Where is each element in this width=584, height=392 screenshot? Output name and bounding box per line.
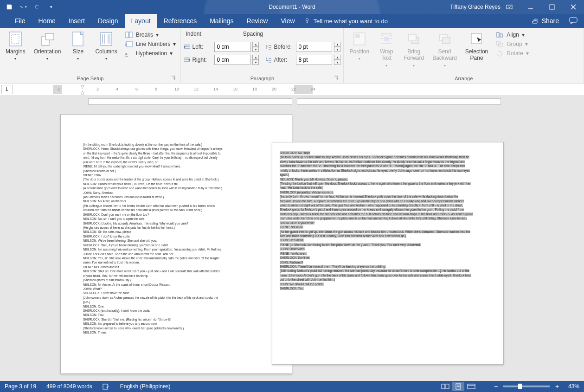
text-line[interactable]: safe and takes something out of it. Near… (280, 234, 496, 238)
spin-up-icon[interactable]: ▲ (334, 55, 340, 60)
text-line[interactable]: crumples under her blow, she grapples fo… (280, 216, 496, 220)
text-line[interactable]: NEILSON: Ms Adler, on the floor. (83, 199, 270, 203)
undo-icon[interactable]: ▾ (19, 3, 27, 11)
text-line[interactable]: IRENE: Think. (83, 173, 270, 177)
zoom-slider[interactable] (503, 386, 550, 387)
text-line[interactable]: NEILSON: Three. (83, 330, 270, 334)
text-line[interactable]: NEILSON: Hands behind your head. (To Ire… (83, 182, 270, 186)
text-line[interactable]: (Instantly John throws himself to the fl… (280, 194, 496, 199)
text-line[interactable]: IRENE (to Sherlock, continuing to aim he… (280, 243, 496, 247)
indent-marker-icon[interactable]: △ (81, 90, 84, 95)
breaks-button[interactable]: Breaks ▾ (123, 31, 178, 39)
text-line[interactable]: SHERLOCK: I don't know the code. (83, 234, 270, 238)
text-line[interactable]: read. I'd say from the make that it's a … (83, 155, 270, 160)
spin-down-icon[interactable]: ▼ (252, 60, 259, 65)
spin-up-icon[interactable]: ▲ (252, 55, 259, 60)
zoom-out-button[interactable]: − (492, 383, 500, 390)
page-indicator[interactable]: Page 3 of 19 (5, 383, 36, 390)
tab-home[interactable]: Home (32, 14, 62, 28)
text-line[interactable]: gun.) (83, 300, 270, 304)
text-line[interactable]: SHERLOCK (urgently): Vatican cameos. (280, 190, 496, 194)
text-line[interactable]: IRENE: I'd tell you the code right now b… (83, 164, 270, 168)
text-line[interactable]: (John cowers down as Archer presses the … (83, 296, 270, 300)
text-line[interactable]: doubled over with his hands behind his h… (83, 208, 270, 212)
text-line[interactable]: SHERLOCK: I don't have the code. (83, 291, 270, 295)
text-line[interactable]: alarm. I've learned not to trust this wo… (83, 260, 270, 264)
text-line[interactable]: (In the sitting room Sherlock is looking… (83, 142, 270, 147)
text-line[interactable]: SHERLOCK: She didn't tell me. (Raising h… (83, 317, 270, 321)
text-line[interactable]: SHERLOCK (emphatically): I don't know th… (83, 308, 270, 313)
text-line[interactable]: SHERLOCK: D'you mind? (280, 221, 496, 225)
text-line[interactable]: which is aimed straight out of the safe.… (280, 203, 496, 207)
text-line[interactable]: SHERLOCK (clocking his accent): American… (83, 221, 270, 225)
text-line[interactable]: JOHN: He's dead. (280, 238, 496, 242)
text-line[interactable]: (Sherlock glares at him ferociously.) (83, 278, 270, 282)
share-button[interactable]: Share (532, 17, 559, 25)
text-line[interactable]: JOHN: Sorry, Sherlock. (83, 191, 270, 195)
text-line[interactable]: NEILSON: Mr Archer. At the count of thre… (83, 283, 270, 287)
text-line[interactable]: (His colleague shoves her to her knees b… (83, 204, 270, 208)
margins-button[interactable]: Margins▾ (3, 30, 28, 64)
word-count[interactable]: 499 of 8049 words (46, 383, 92, 390)
text-line[interactable]: slowly turns towards the safe and lowers… (280, 160, 496, 164)
close-icon[interactable] (563, 0, 584, 14)
text-line[interactable]: (As Sherlock raises his hands, Neilson l… (83, 195, 270, 199)
text-line[interactable]: you were born in the eighties; the eight… (83, 160, 270, 164)
size-button[interactable]: Size▾ (66, 30, 90, 64)
text-line[interactable]: head. He turns back to the safe.) (280, 186, 496, 190)
text-line[interactable]: noisily unlocks. Irene smiles in satisfa… (280, 168, 496, 173)
text-line[interactable]: fireplace. Inside the safe, a tripwire a… (280, 199, 496, 203)
tab-selector[interactable]: L (1, 85, 13, 94)
text-line[interactable]: out onto the street with John behind him… (280, 277, 496, 282)
text-line[interactable]: IRENE: Not at all. (280, 225, 496, 229)
tab-layout[interactable]: Layout (125, 14, 157, 28)
text-line[interactable]: NEILSON: I'm prepared to believe you any… (83, 321, 270, 326)
line-numbers-button[interactable]: 12Line Numbers ▾ (123, 40, 178, 48)
page-setup-launcher-icon[interactable] (171, 76, 177, 81)
text-line[interactable]: NEILSON: We've been listening. She said … (83, 238, 270, 243)
text-line[interactable]: NEILSON: One. (83, 304, 270, 308)
zoom-in-button[interactable]: + (553, 383, 561, 390)
read-mode-icon[interactable] (439, 382, 451, 391)
comments-icon[interactable] (569, 17, 578, 25)
text-line[interactable]: (Still holding Neilson's pistol but havi… (280, 269, 496, 273)
text-line[interactable]: SHERLOCK: Yes. (280, 286, 496, 290)
selection-pane-button[interactable]: Selection Pane (462, 30, 491, 64)
spin-down-icon[interactable]: ▼ (334, 60, 340, 65)
hyphenation-button[interactable]: a-bcHyphenation ▾ (123, 49, 178, 58)
text-line[interactable]: IRENE: I'm flattered. (280, 251, 496, 256)
indent-left-input[interactable]: ▲▼ (214, 42, 259, 52)
text-line[interactable]: (Twisting the button that will open the … (280, 181, 496, 186)
save-icon[interactable] (6, 3, 13, 11)
spin-down-icon[interactable]: ▼ (252, 47, 259, 52)
language-indicator[interactable]: English (Philippines) (120, 383, 171, 390)
text-line[interactable]: JOHN: What? (83, 287, 270, 291)
text-line[interactable]: (Neilson holds up his free hand to stop … (280, 155, 496, 159)
text-line[interactable]: NEILSON: Two. (83, 313, 270, 317)
qat-customize-icon[interactable]: ▾ (47, 3, 55, 11)
text-line[interactable]: SHERLOCK: Don't be. (280, 256, 496, 260)
spacing-after-input[interactable]: ▲▼ (296, 55, 340, 65)
text-line[interactable]: again.) (280, 173, 496, 177)
horizontal-ruler[interactable]: 224681012141618202224 ▽ △ (53, 85, 575, 94)
text-line[interactable]: (He glances across at Irene as she puts … (83, 225, 270, 230)
indent-right-input[interactable]: ▲▼ (214, 55, 259, 65)
text-line[interactable]: SHERLOCK: No, stop! (280, 151, 496, 155)
tab-design[interactable]: Design (91, 14, 125, 28)
tell-me-search[interactable]: Tell me what you want to do (304, 14, 388, 28)
text-line[interactable]: punches the '3' and then the '2'. Hesita… (280, 164, 496, 168)
text-line[interactable]: on the first key used – that's quite cle… (83, 151, 270, 155)
text-line[interactable]: (Sherlock frowns at her.) (83, 169, 270, 173)
text-line[interactable]: Neilson's grip, Sherlock holds the silen… (280, 212, 496, 216)
text-line[interactable]: JOHN: Flattered? (280, 260, 496, 264)
tab-insert[interactable]: Insert (62, 14, 91, 28)
page-4[interactable]: SHERLOCK: No, stop!(Neilson holds up his… (272, 142, 504, 365)
indent-marker-icon[interactable]: ▽ (81, 84, 84, 89)
text-line[interactable]: NEILSON: Thank you, Mr Holmes. Open it, … (280, 177, 496, 181)
text-line[interactable]: JOHN: We should call the police. (280, 282, 496, 286)
paragraph-launcher-icon[interactable] (334, 76, 340, 81)
text-line[interactable]: (The door bursts open and the leader of … (83, 177, 270, 181)
text-line[interactable]: IRENE: Mr Holmes doesn't ... (83, 265, 270, 269)
text-line[interactable]: NEILSON: Yes, sir. She also knows the co… (83, 256, 270, 260)
spin-up-icon[interactable]: ▲ (252, 42, 259, 47)
